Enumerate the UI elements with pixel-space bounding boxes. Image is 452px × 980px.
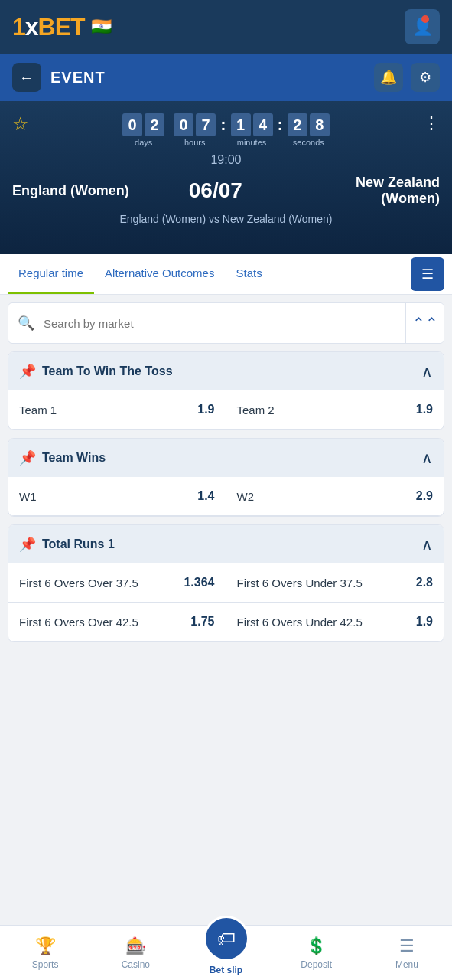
tab-stats[interactable]: Stats <box>225 254 272 294</box>
collapse-wins-button[interactable]: ∧ <box>421 449 433 467</box>
market-header-toss: 📌 Team To Win The Toss ∧ <box>8 352 444 390</box>
market-card-runs: 📌 Total Runs 1 ∧ First 6 Overs Over 37.5… <box>8 524 444 642</box>
match-banner: ☆ 0 2 days 0 7 hours : 1 4 <box>0 101 452 254</box>
odd-label-over-425: First 6 Overs Over 42.5 <box>19 616 138 629</box>
event-header: ← EVENT 🔔 ⚙ <box>0 54 452 101</box>
betslip-label: Bet slip <box>210 965 242 975</box>
odd-team2-toss[interactable]: Team 2 1.9 <box>226 390 444 430</box>
team2-name: New Zealand (Women) <box>302 175 440 207</box>
market-title-row-wins: 📌 Team Wins <box>19 449 106 466</box>
odd-over-375[interactable]: First 6 Overs Over 37.5 1.364 <box>8 564 226 603</box>
minutes-label: minutes <box>231 138 273 147</box>
collapse-runs-button[interactable]: ∧ <box>421 535 433 554</box>
match-time: 19:00 <box>12 153 440 167</box>
logo-area: 1xBET 🇮🇳 <box>12 13 112 41</box>
bottom-nav: 🏆 Sports 🎰 Casino 🏷 Bet slip 💲 Deposit ☰… <box>0 925 452 980</box>
nav-sports[interactable]: 🏆 Sports <box>0 930 90 976</box>
odd-value-under-375: 2.8 <box>416 576 433 590</box>
nav-menu[interactable]: ☰ Menu <box>362 930 452 976</box>
logo: 1xBET <box>12 13 85 41</box>
odd-under-375[interactable]: First 6 Overs Under 37.5 2.8 <box>226 564 444 603</box>
market-header-wins: 📌 Team Wins ∧ <box>8 439 444 477</box>
odd-label-under-425: First 6 Overs Under 42.5 <box>237 616 363 629</box>
tabs-section: Regular time Alternative Outcomes Stats … <box>0 254 452 295</box>
search-input[interactable] <box>44 306 405 341</box>
market-title-row-runs: 📌 Total Runs 1 <box>19 536 115 553</box>
collapse-toss-button[interactable]: ∧ <box>421 362 433 381</box>
odd-label-team1: Team 1 <box>19 403 57 416</box>
odds-grid-runs: First 6 Overs Over 37.5 1.364 First 6 Ov… <box>8 564 444 642</box>
hours-label: hours <box>174 138 216 147</box>
odd-value-over-375: 1.364 <box>184 576 214 590</box>
filter-menu-button[interactable]: ☰ <box>411 257 444 291</box>
header-icons: 🔔 ⚙ <box>374 63 440 92</box>
hour-digit-1: 0 <box>174 113 193 136</box>
odd-label-over-375: First 6 Overs Over 37.5 <box>19 577 138 590</box>
market-card-wins: 📌 Team Wins ∧ W1 1.4 W2 2.9 <box>8 438 444 517</box>
search-icon: 🔍 <box>8 315 44 332</box>
nav-deposit[interactable]: 💲 Deposit <box>272 930 362 976</box>
odd-label-under-375: First 6 Overs Under 37.5 <box>237 577 363 590</box>
sec-digit-2: 8 <box>310 113 330 136</box>
deposit-icon: 💲 <box>306 936 327 956</box>
odd-w2[interactable]: W2 2.9 <box>226 477 444 516</box>
settings-button[interactable]: ⚙ <box>411 63 440 92</box>
sort-button[interactable]: ⌃⌃ <box>405 303 444 343</box>
odd-label-w2: W2 <box>237 490 255 503</box>
odd-value-w2: 2.9 <box>416 489 433 503</box>
favorite-star[interactable]: ☆ <box>12 113 29 135</box>
sports-label: Sports <box>32 959 59 970</box>
days-label: days <box>122 138 164 147</box>
search-section: 🔍 ⌃⌃ <box>8 302 444 344</box>
more-button[interactable]: ⋮ <box>423 113 440 133</box>
casino-label: Casino <box>122 959 150 970</box>
sec-digit-1: 2 <box>288 113 307 136</box>
user-button[interactable]: 👤 <box>405 9 440 44</box>
odds-grid-toss: Team 1 1.9 Team 2 1.9 <box>8 390 444 430</box>
pin-icon-runs: 📌 <box>19 536 36 553</box>
menu-label: Menu <box>395 959 418 970</box>
top-header: 1xBET 🇮🇳 👤 <box>0 0 452 54</box>
day-digit-2: 2 <box>145 113 164 136</box>
odd-value-under-425: 1.9 <box>416 615 433 629</box>
odd-value-team1: 1.9 <box>197 403 214 416</box>
countdown-timer: 0 2 days 0 7 hours : 1 4 minutes <box>122 113 330 147</box>
notification-dot <box>421 15 429 23</box>
menu-icon: ☰ <box>399 936 415 956</box>
menu-lines-icon: ☰ <box>421 266 434 283</box>
market-title-toss: Team To Win The Toss <box>42 364 173 378</box>
betslip-circle: 🏷 <box>203 916 249 962</box>
odd-label-team2: Team 2 <box>237 403 275 416</box>
tab-alternative-outcomes[interactable]: Alternative Outcomes <box>94 254 225 294</box>
odd-under-425[interactable]: First 6 Overs Under 42.5 1.9 <box>226 603 444 642</box>
nav-betslip[interactable]: 🏷 Bet slip <box>180 931 271 975</box>
flag-icon: 🇮🇳 <box>91 17 112 37</box>
match-teams: England (Women) 06/07 New Zealand (Women… <box>12 175 440 207</box>
odd-value-team2: 1.9 <box>416 403 433 416</box>
deposit-label: Deposit <box>301 959 332 970</box>
pin-icon-wins: 📌 <box>19 449 36 466</box>
nav-casino[interactable]: 🎰 Casino <box>90 930 180 976</box>
top-right: 👤 <box>405 9 440 44</box>
casino-icon: 🎰 <box>125 936 146 956</box>
bell-button[interactable]: 🔔 <box>374 63 403 92</box>
sports-icon: 🏆 <box>35 936 56 956</box>
day-digit-1: 0 <box>122 113 142 136</box>
odd-team1-toss[interactable]: Team 1 1.9 <box>8 390 226 430</box>
odd-value-over-425: 1.75 <box>190 615 214 629</box>
odd-w1[interactable]: W1 1.4 <box>8 477 226 516</box>
market-title-wins: Team Wins <box>42 451 106 465</box>
match-subtitle: England (Women) vs New Zealand (Women) <box>12 213 440 225</box>
team1-name: England (Women) <box>12 183 129 199</box>
tabs-list: Regular time Alternative Outcomes Stats <box>8 254 411 294</box>
banner-top: ☆ 0 2 days 0 7 hours : 1 4 <box>12 113 440 147</box>
match-score: 06/07 <box>189 178 242 203</box>
odd-over-425[interactable]: First 6 Overs Over 42.5 1.75 <box>8 603 226 642</box>
market-title-row: 📌 Team To Win The Toss <box>19 363 173 380</box>
tab-regular-time[interactable]: Regular time <box>8 254 94 294</box>
hour-digit-2: 7 <box>196 113 216 136</box>
sep2: : <box>220 115 226 135</box>
back-button[interactable]: ← <box>12 63 41 92</box>
market-title-runs: Total Runs 1 <box>42 537 115 551</box>
odd-value-w1: 1.4 <box>197 489 214 503</box>
